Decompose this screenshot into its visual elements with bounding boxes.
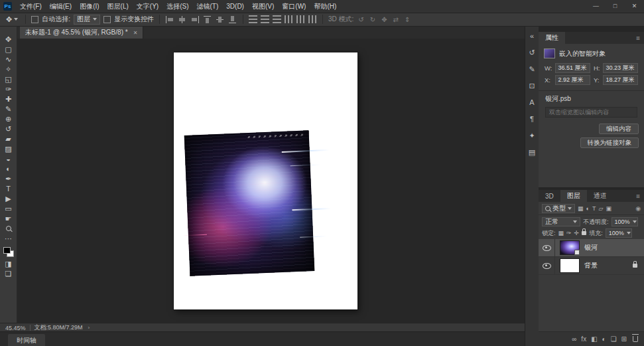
layer-style-button[interactable]: fx: [581, 335, 586, 343]
history-panel-icon[interactable]: ↺: [529, 48, 535, 57]
lock-position-icon[interactable]: ✛: [574, 230, 580, 236]
document-canvas[interactable]: [174, 52, 357, 309]
align-left-icon[interactable]: [165, 15, 174, 24]
rectangle-shape-tool[interactable]: ▭: [0, 204, 17, 214]
x-position-field[interactable]: 2.92 厘米: [555, 75, 590, 85]
move-tool[interactable]: ✥: [0, 35, 17, 44]
lasso-tool[interactable]: ∿: [0, 54, 17, 64]
menu-filter[interactable]: 滤镜(T): [193, 0, 223, 13]
maximize-button[interactable]: □: [606, 0, 625, 13]
show-transform-checkbox[interactable]: [103, 16, 111, 23]
character-panel-icon[interactable]: A: [529, 98, 534, 107]
path-selection-tool[interactable]: ▶: [0, 194, 17, 204]
status-options-chevron-icon[interactable]: ›: [88, 325, 90, 331]
layer-thumbnail[interactable]: [560, 240, 580, 255]
blur-tool[interactable]: ◒: [0, 154, 17, 164]
rectangular-marquee-tool[interactable]: ▢: [0, 44, 17, 54]
layer-row-galaxy[interactable]: 银河: [539, 239, 644, 257]
type-tool[interactable]: T: [0, 184, 17, 194]
brush-tool[interactable]: ✎: [0, 104, 17, 114]
clone-stamp-tool[interactable]: ⊕: [0, 114, 17, 124]
filter-toggle-icon[interactable]: ◉: [635, 205, 641, 212]
tab-layers[interactable]: 图层: [560, 190, 587, 202]
tool-preset-picker[interactable]: ✥: [4, 15, 20, 24]
align-vertical-center-icon[interactable]: [216, 15, 225, 24]
menu-type[interactable]: 文字(Y): [133, 0, 162, 13]
zoom-level-field[interactable]: 45.45%: [0, 325, 26, 331]
layer-name[interactable]: 背景: [584, 261, 598, 270]
paragraph-panel-icon[interactable]: ¶: [530, 115, 534, 124]
layer-visibility-toggle[interactable]: [539, 257, 555, 274]
document-tab[interactable]: 未标题-1 @ 45.5% (银河, RGB/8) * ✕: [20, 27, 143, 39]
close-button[interactable]: ✕: [625, 0, 644, 13]
zoom-tool[interactable]: [0, 224, 17, 234]
foreground-background-swatches[interactable]: [3, 247, 14, 257]
layer-row-background[interactable]: 背景: [539, 257, 644, 275]
libraries-panel-icon[interactable]: ▤: [529, 148, 535, 157]
layers-panel-menu-icon[interactable]: ≡: [636, 190, 644, 202]
tab-3d[interactable]: 3D: [539, 190, 560, 202]
spot-healing-brush-tool[interactable]: ✚: [0, 94, 17, 104]
align-right-icon[interactable]: [190, 15, 200, 24]
new-adjustment-layer-button[interactable]: ◐: [602, 335, 606, 343]
distribute-top-icon[interactable]: [249, 15, 257, 23]
menu-image[interactable]: 图像(I): [76, 0, 103, 13]
dodge-tool[interactable]: ◐: [0, 164, 17, 174]
distribute-vertical-center-icon[interactable]: [261, 15, 269, 23]
align-top-icon[interactable]: [203, 15, 212, 24]
distribute-right-icon[interactable]: [308, 15, 317, 23]
history-brush-tool[interactable]: ↺: [0, 124, 17, 134]
add-layer-mask-button[interactable]: ◧: [591, 335, 597, 343]
menu-help[interactable]: 帮助(H): [310, 0, 340, 13]
crop-tool[interactable]: ◱: [0, 74, 17, 84]
menu-view[interactable]: 视图(V): [248, 0, 278, 13]
menu-layer[interactable]: 图层(L): [103, 0, 133, 13]
new-layer-button[interactable]: ⊞: [621, 335, 627, 343]
pen-tool[interactable]: ✒: [0, 174, 17, 184]
filter-adjustment-layers-icon[interactable]: ◐: [586, 205, 590, 212]
align-bottom-icon[interactable]: [228, 15, 237, 24]
screen-mode-button[interactable]: ❏: [0, 269, 17, 279]
quick-selection-tool[interactable]: ✧: [0, 64, 17, 74]
menu-window[interactable]: 窗口(W): [278, 0, 310, 13]
distribute-bottom-icon[interactable]: [273, 15, 281, 23]
properties-panel-menu-icon[interactable]: ≡: [636, 32, 644, 44]
width-field[interactable]: 36.51 厘米: [555, 63, 590, 73]
blend-mode-dropdown[interactable]: 正常: [542, 217, 580, 226]
distribute-left-icon[interactable]: [285, 15, 293, 23]
fill-input[interactable]: 100%: [606, 228, 632, 238]
menu-edit[interactable]: 编辑(E): [46, 0, 76, 13]
opacity-input[interactable]: 100%: [612, 217, 638, 226]
minimize-button[interactable]: —: [586, 0, 606, 13]
delete-layer-button[interactable]: [633, 336, 638, 342]
galaxy-smart-object-image[interactable]: [184, 130, 315, 276]
tab-properties[interactable]: 属性: [539, 32, 565, 44]
scale-3d-icon[interactable]: ⇕: [403, 16, 411, 23]
align-horizontal-center-icon[interactable]: [178, 15, 187, 24]
distribute-horizontal-center-icon[interactable]: [296, 15, 305, 23]
link-layers-button[interactable]: ∞: [572, 335, 576, 343]
expand-panels-icon[interactable]: «: [530, 32, 534, 41]
filter-type-layers-icon[interactable]: T: [592, 205, 596, 212]
edit-contents-button[interactable]: 编辑内容: [599, 124, 639, 134]
menu-3d[interactable]: 3D(D): [222, 0, 248, 13]
auto-select-checkbox[interactable]: [31, 16, 38, 23]
y-position-field[interactable]: 18.27 厘米: [603, 75, 638, 85]
roll-3d-icon[interactable]: ↻: [369, 16, 377, 23]
layer-thumbnail[interactable]: [560, 258, 580, 273]
tab-close-icon[interactable]: ✕: [133, 30, 138, 36]
layer-filter-dropdown[interactable]: 类型: [542, 204, 575, 213]
orbit-3d-icon[interactable]: ↺: [357, 16, 365, 23]
height-field[interactable]: 30.23 厘米: [603, 63, 638, 73]
brush-settings-panel-icon[interactable]: ✎: [529, 65, 535, 74]
filter-shape-layers-icon[interactable]: ▱: [598, 205, 603, 212]
tab-channels[interactable]: 通道: [587, 190, 613, 202]
hand-tool[interactable]: ☛: [0, 214, 17, 224]
pan-3d-icon[interactable]: ✥: [380, 16, 388, 23]
convert-to-linked-button[interactable]: 转换为链接对象: [580, 137, 639, 148]
tab-timeline[interactable]: 时间轴: [8, 334, 45, 346]
edit-toolbar-button[interactable]: ⋯: [0, 234, 17, 244]
menu-file[interactable]: 文件(F): [16, 0, 46, 13]
menu-select[interactable]: 选择(S): [162, 0, 192, 13]
clone-source-panel-icon[interactable]: ⊡: [529, 82, 535, 90]
